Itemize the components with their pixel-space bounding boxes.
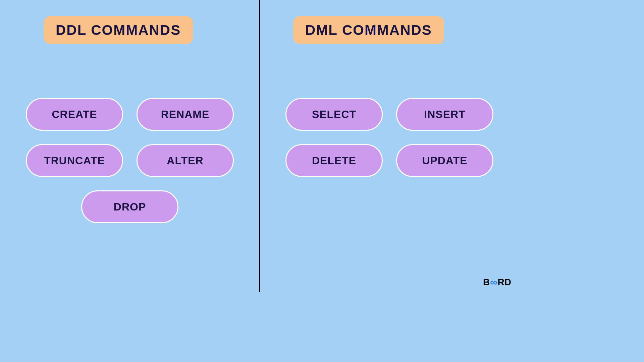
ddl-commands: CREATE RENAME TRUNCATE ALTER DROP [0,98,260,223]
dml-commands: SELECT INSERT DELETE UPDATE [260,98,519,177]
command-rename: RENAME [137,98,234,131]
dml-title: DML COMMANDS [293,16,444,44]
command-truncate: TRUNCATE [26,144,123,177]
ddl-row-3: DROP [20,190,239,223]
command-alter: ALTER [137,144,234,177]
command-delete: DELETE [285,144,383,177]
ddl-row-1: CREATE RENAME [20,98,239,131]
board-logo: B∞RD [483,277,511,288]
dml-row-2: DELETE UPDATE [280,144,499,177]
command-select: SELECT [285,98,383,131]
dml-panel: DML COMMANDS SELECT INSERT DELETE UPDATE… [260,0,519,292]
dml-row-1: SELECT INSERT [280,98,499,131]
command-update: UPDATE [396,144,493,177]
command-insert: INSERT [396,98,493,131]
logo-b: B [483,277,490,288]
command-create: CREATE [26,98,123,131]
ddl-panel: DDL COMMANDS CREATE RENAME TRUNCATE ALTE… [0,0,260,292]
ddl-title: DDL COMMANDS [44,16,193,44]
command-drop: DROP [81,190,178,223]
ddl-row-2: TRUNCATE ALTER [20,144,239,177]
logo-rd: RD [498,277,511,288]
logo-infinity-icon: ∞ [490,277,497,288]
